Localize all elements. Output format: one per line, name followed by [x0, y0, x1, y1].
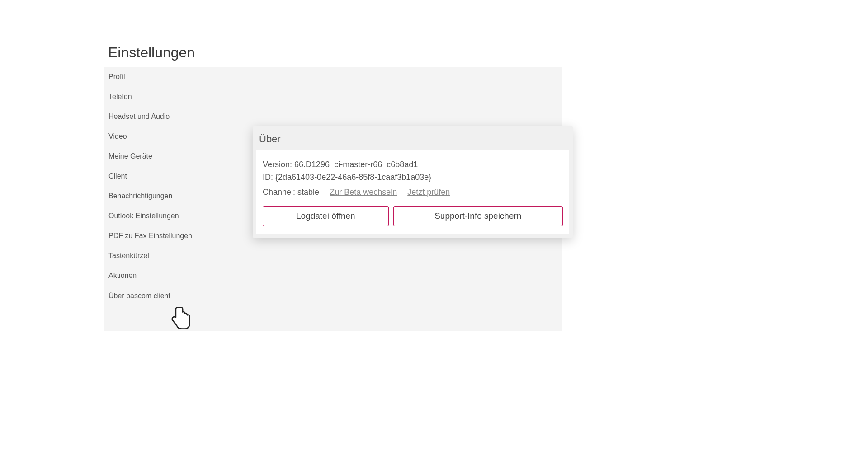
sidebar-item-meine-geraete[interactable]: Meine Geräte	[104, 146, 260, 166]
check-now-link[interactable]: Jetzt prüfen	[407, 188, 450, 197]
sidebar-item-tastenkuerzel[interactable]: Tastenkürzel	[104, 246, 260, 266]
sidebar-item-pdf-zu-fax[interactable]: PDF zu Fax Einstellungen	[104, 226, 260, 246]
about-channel-row: Channel: stable Zur Beta wechseln Jetzt …	[263, 188, 563, 197]
sidebar-item-headset-audio[interactable]: Headset und Audio	[104, 107, 260, 127]
about-card-title: Über	[253, 126, 573, 150]
open-log-button[interactable]: Logdatei öffnen	[263, 206, 389, 226]
sidebar-item-outlook-einstellungen[interactable]: Outlook Einstellungen	[104, 206, 260, 226]
sidebar-item-telefon[interactable]: Telefon	[104, 87, 260, 107]
about-card: Über Version: 66.D1296_ci-master-r66_c6b…	[253, 126, 573, 238]
about-channel-label: Channel:	[263, 188, 295, 197]
about-id-label: ID:	[263, 173, 273, 182]
about-id-line: ID: {2da61403-0e22-46a6-85f8-1caaf3b1a03…	[263, 171, 563, 184]
sidebar-item-benachrichtigungen[interactable]: Benachrichtigungen	[104, 186, 260, 206]
sidebar-item-video[interactable]: Video	[104, 127, 260, 146]
page-title: Einstellungen	[108, 44, 195, 61]
about-id-value: {2da61403-0e22-46a6-85f8-1caaf3b1a03e}	[275, 173, 431, 182]
about-version-label: Version:	[263, 160, 292, 169]
about-button-row: Logdatei öffnen Support-Info speichern	[263, 206, 563, 226]
about-version-line: Version: 66.D1296_ci-master-r66_c6b8ad1	[263, 159, 563, 171]
sidebar-item-client[interactable]: Client	[104, 166, 260, 186]
about-version-value: 66.D1296_ci-master-r66_c6b8ad1	[294, 160, 418, 169]
sidebar-item-profil[interactable]: Profil	[104, 67, 260, 87]
about-channel-value: stable	[297, 188, 319, 197]
switch-beta-link[interactable]: Zur Beta wechseln	[330, 188, 397, 197]
about-card-inner: Version: 66.D1296_ci-master-r66_c6b8ad1 …	[256, 150, 569, 234]
sidebar-item-ueber-pascom-client[interactable]: Über pascom client	[104, 286, 260, 306]
save-support-button[interactable]: Support-Info speichern	[393, 206, 563, 226]
sidebar-item-aktionen[interactable]: Aktionen	[104, 266, 260, 286]
settings-sidebar: Profil Telefon Headset und Audio Video M…	[104, 67, 260, 306]
